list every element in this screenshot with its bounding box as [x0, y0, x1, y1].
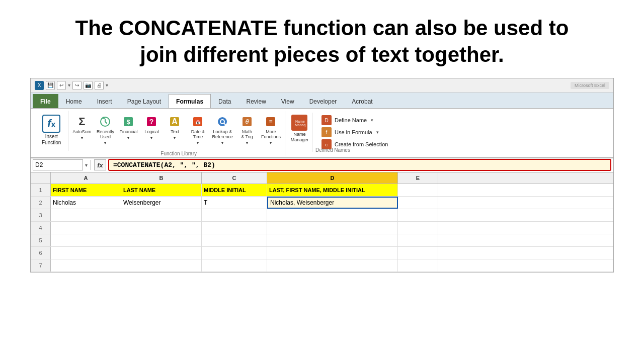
col-header-d[interactable]: D	[267, 172, 398, 184]
cell-e4[interactable]	[398, 222, 438, 234]
cell-b5[interactable]	[121, 234, 202, 246]
insert-function-icon: fx	[42, 115, 60, 133]
cell-b6[interactable]	[121, 247, 202, 259]
cell-a5[interactable]	[51, 234, 121, 246]
cell-e1[interactable]	[398, 184, 438, 196]
recently-used-label: RecentlyUsed	[97, 130, 114, 140]
cell-e7[interactable]	[398, 259, 438, 272]
text-button[interactable]: A Text ▾	[164, 113, 186, 147]
use-in-formula-icon: f	[321, 127, 332, 137]
recently-used-button[interactable]: RecentlyUsed ▾	[94, 113, 116, 147]
cell-d5[interactable]	[267, 234, 398, 246]
name-box-dropdown[interactable]: ▾	[85, 162, 88, 168]
cell-c7[interactable]	[202, 259, 267, 272]
tab-data[interactable]: Data	[211, 94, 238, 108]
insert-function-label: InsertFunction	[42, 134, 61, 146]
text-label: Text	[171, 130, 179, 135]
tab-acrobat[interactable]: Acrobat	[344, 94, 380, 108]
cell-a3[interactable]	[51, 209, 121, 221]
tab-page-layout[interactable]: Page Layout	[120, 94, 169, 108]
save-icon[interactable]: 💾	[46, 81, 55, 90]
window-title-bar: Microsoft Excel	[571, 82, 609, 89]
autosum-button[interactable]: Σ AutoSum ▾	[70, 113, 93, 147]
col-header-b[interactable]: B	[121, 172, 202, 184]
autosum-icon: Σ	[75, 115, 89, 129]
insert-function-button[interactable]: fx InsertFunction	[39, 113, 64, 148]
table-row: 3	[31, 209, 613, 222]
use-in-formula-button[interactable]: f Use in Formula ▾	[320, 127, 413, 138]
name-manager-button[interactable]: Name Manager NameManager	[287, 113, 312, 152]
cell-b2[interactable]: Weisenberger	[121, 197, 202, 209]
cell-e3[interactable]	[398, 209, 438, 221]
cell-d4[interactable]	[267, 222, 398, 234]
cell-b1[interactable]: LAST NAME	[121, 184, 202, 196]
title-line1: The CONCATENATE function can also be use…	[30, 15, 614, 42]
row-num-1: 1	[31, 184, 51, 196]
spreadsheet: A B C D E 1 FIRST NAME LAST NAME MIDDLE …	[31, 172, 613, 272]
cell-c4[interactable]	[202, 222, 267, 234]
tab-insert[interactable]: Insert	[90, 94, 120, 108]
screenshot-icon[interactable]: 📷	[84, 81, 93, 90]
cell-a4[interactable]	[51, 222, 121, 234]
cell-d3[interactable]	[267, 209, 398, 221]
cell-a2[interactable]: Nicholas	[51, 197, 121, 209]
define-name-icon: D	[321, 115, 332, 125]
math-trig-button[interactable]: θ Math& Trig ▾	[236, 113, 258, 147]
cell-c1[interactable]: MIDDLE INITIAL	[202, 184, 267, 196]
cell-d2[interactable]: Nicholas, Weisenberger	[267, 197, 398, 209]
cell-e5[interactable]	[398, 234, 438, 246]
undo-icon[interactable]: ↩	[57, 81, 66, 90]
tab-view[interactable]: View	[274, 94, 302, 108]
select-all-corner[interactable]	[31, 172, 51, 184]
name-box[interactable]: D2	[33, 159, 83, 170]
col-header-a[interactable]: A	[51, 172, 121, 184]
excel-icon: X	[35, 81, 44, 90]
col-header-e[interactable]: E	[398, 172, 438, 184]
cell-c3[interactable]	[202, 209, 267, 221]
print-icon[interactable]: 🖨	[95, 81, 104, 90]
cell-a1[interactable]: FIRST NAME	[51, 184, 121, 196]
col-header-c[interactable]: C	[202, 172, 267, 184]
cell-d6[interactable]	[267, 247, 398, 259]
text-icon: A	[168, 115, 182, 129]
cell-a6[interactable]	[51, 247, 121, 259]
cell-d1[interactable]: LAST, FIRST NAME, MIDDLE INITIAL	[267, 184, 398, 196]
undo-arrow[interactable]: ▾	[68, 82, 70, 88]
logical-button[interactable]: ? Logical ▾	[140, 113, 163, 147]
tab-developer[interactable]: Developer	[302, 94, 345, 108]
row-num-5: 5	[31, 234, 51, 246]
lookup-reference-icon	[215, 115, 229, 129]
financial-button[interactable]: $ Financial ▾	[117, 113, 139, 147]
tab-file[interactable]: File	[33, 94, 58, 108]
more-functions-button[interactable]: ≡ MoreFunctions ▾	[259, 113, 283, 147]
defined-names-group-label: Defined Names	[315, 147, 350, 153]
cell-c6[interactable]	[202, 247, 267, 259]
table-row: 7	[31, 259, 613, 272]
quick-access-toolbar: X 💾 ↩ ▾ ↪ 📷 🖨 ▾ Microsoft Excel	[31, 78, 613, 93]
tab-home[interactable]: Home	[58, 94, 90, 108]
svg-text:≡: ≡	[269, 118, 273, 125]
cell-d7[interactable]	[267, 259, 398, 272]
cell-c5[interactable]	[202, 234, 267, 246]
date-time-button[interactable]: 📅 Date &Time ▾	[187, 113, 209, 147]
create-from-selection-label: Create from Selection	[335, 141, 388, 147]
use-in-formula-arrow: ▾	[376, 130, 379, 135]
qa-dropdown-arrow[interactable]: ▾	[106, 82, 108, 88]
redo-icon[interactable]: ↪	[72, 81, 82, 90]
cell-c2[interactable]: T	[202, 197, 267, 209]
cell-reference: D2	[35, 161, 43, 168]
recently-used-icon	[98, 115, 112, 129]
lookup-reference-button[interactable]: Lookup &Reference ▾	[210, 113, 235, 147]
cell-b7[interactable]	[121, 259, 202, 272]
date-time-icon: 📅	[191, 115, 205, 129]
cell-e2[interactable]	[398, 197, 438, 209]
fx-button[interactable]: fx	[94, 159, 106, 170]
tab-review[interactable]: Review	[238, 94, 273, 108]
cell-b3[interactable]	[121, 209, 202, 221]
svg-text:Name: Name	[295, 120, 305, 123]
cell-b4[interactable]	[121, 222, 202, 234]
tab-formulas[interactable]: Formulas	[169, 94, 211, 108]
cell-e6[interactable]	[398, 247, 438, 259]
define-name-button[interactable]: D Define Name ▾	[320, 115, 413, 126]
cell-a7[interactable]	[51, 259, 121, 272]
